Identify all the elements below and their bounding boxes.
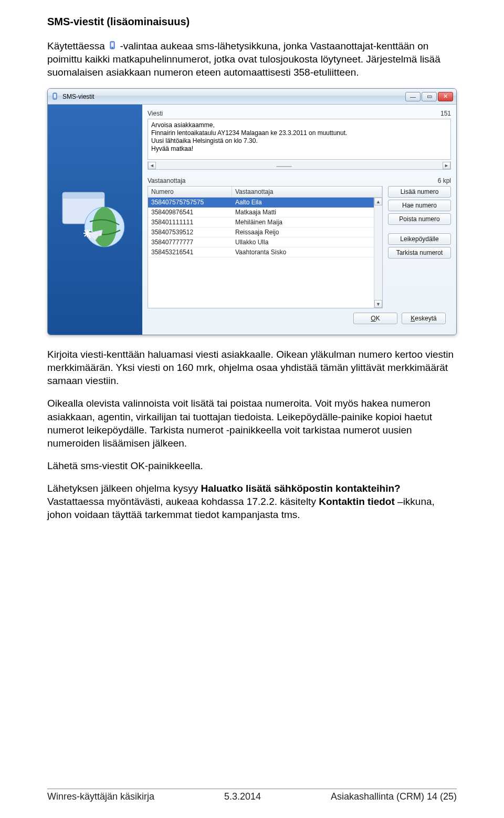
- paragraph: Lähetyksen jälkeen ohjelma kysyy Haluatk…: [47, 482, 457, 521]
- table-row[interactable]: 358453216541 Vaahtoranta Sisko: [148, 247, 382, 257]
- sms-icon: [108, 40, 117, 50]
- ok-accel: O: [371, 315, 375, 322]
- dialog-footer: OK Keskeytä: [148, 308, 451, 329]
- column-name[interactable]: Vastaanottaja: [232, 187, 382, 198]
- window-title: SMS-viestit: [62, 93, 405, 100]
- add-number-button[interactable]: Lisää numero: [388, 186, 451, 198]
- text-bold: Kontaktin tiedot: [319, 496, 395, 507]
- cell-name: Matkaaja Matti: [232, 208, 382, 218]
- ok-text: K: [376, 315, 380, 322]
- svg-point-2: [112, 47, 113, 48]
- column-number[interactable]: Numero: [148, 187, 232, 198]
- side-buttons: Lisää numero Hae numero Poista numero Le…: [388, 186, 451, 308]
- scroll-up-icon[interactable]: ▲: [374, 198, 382, 205]
- table-row[interactable]: 358407575757575 Aalto Eila: [148, 198, 382, 208]
- window-client: Viesti 151 ◄ ► Vastaanottaja 6 kpl Numer…: [48, 105, 456, 335]
- table-row[interactable]: 358407539512 Reissaaja Reijo: [148, 227, 382, 237]
- cancel-accel: K: [411, 315, 415, 322]
- text: Lähetyksen jälkeen ohjelma kysyy: [47, 483, 201, 494]
- ok-button[interactable]: OK: [353, 313, 397, 324]
- cell-name: Vaahtoranta Sisko: [232, 247, 382, 257]
- paragraph: Oikealla olevista valinnoista voit lisät…: [47, 397, 457, 449]
- find-number-button[interactable]: Hae numero: [388, 200, 451, 211]
- clipboard-button[interactable]: Leikepöydälle: [388, 233, 451, 245]
- cancel-button[interactable]: Keskeytä: [402, 313, 446, 324]
- paragraph: Kirjoita viesti-kenttään haluamasi viest…: [47, 348, 457, 387]
- main-panel: Viesti 151 ◄ ► Vastaanottaja 6 kpl Numer…: [142, 105, 456, 335]
- window-controls: — ▭ ✕: [405, 92, 453, 101]
- recipients-label: Vastaanottaja: [148, 177, 186, 184]
- close-button[interactable]: ✕: [438, 92, 453, 101]
- cell-number: 358409876541: [148, 208, 232, 218]
- table-row[interactable]: 358409876541 Matkaaja Matti: [148, 208, 382, 218]
- recipients-label-row: Vastaanottaja 6 kpl: [148, 177, 451, 184]
- footer-center: 5.3.2014: [224, 791, 261, 802]
- scroll-right-icon[interactable]: ►: [443, 162, 450, 169]
- maximize-button[interactable]: ▭: [422, 92, 437, 101]
- recipients-count: 6 kpl: [438, 177, 451, 184]
- table-body: 358407575757575 Aalto Eila 358409876541 …: [148, 198, 382, 257]
- paragraph-intro: Käytettäessa -valintaa aukeaa sms-lähety…: [47, 39, 457, 79]
- cell-number: 358453216541: [148, 247, 232, 257]
- scroll-left-icon[interactable]: ◄: [148, 162, 156, 169]
- message-label-row: Viesti 151: [148, 110, 451, 117]
- table-row[interactable]: 358407777777 Ullakko Ulla: [148, 237, 382, 247]
- cell-number: 358401111111: [148, 218, 232, 227]
- footer-right: Asiakashallinta (CRM) 14 (25): [331, 791, 457, 802]
- table-row[interactable]: 358401111111 Mehiläinen Maija: [148, 218, 382, 227]
- svg-rect-4: [54, 94, 56, 98]
- sms-window: SMS-viestit — ▭ ✕: [47, 88, 457, 335]
- table-vscroll[interactable]: ▲ ▼: [374, 198, 382, 308]
- message-textarea[interactable]: [148, 119, 451, 160]
- cell-name: Reissaaja Reijo: [232, 227, 382, 237]
- message-label: Viesti: [148, 110, 163, 117]
- section-heading: SMS-viestit (lisäominaisuus): [47, 16, 457, 28]
- cell-number: 358407539512: [148, 227, 232, 237]
- message-hscroll[interactable]: ◄ ►: [148, 161, 451, 170]
- cell-name: Ullakko Ulla: [232, 237, 382, 247]
- svg-rect-6: [62, 192, 104, 199]
- titlebar: SMS-viestit — ▭ ✕: [48, 89, 456, 105]
- window-icon: [51, 92, 59, 101]
- minimize-button[interactable]: —: [405, 92, 421, 101]
- cell-name: Mehiläinen Maija: [232, 218, 382, 227]
- cell-number: 358407575757575: [148, 198, 232, 208]
- svg-rect-1: [111, 43, 114, 47]
- remove-number-button[interactable]: Poista numero: [388, 213, 451, 225]
- cancel-text: eskeytä: [415, 315, 436, 322]
- cell-name: Aalto Eila: [232, 198, 382, 208]
- check-numbers-button[interactable]: Tarkista numerot: [388, 247, 451, 258]
- text: Käytettäessa: [47, 40, 108, 51]
- page-footer: Winres-käyttäjän käsikirja 5.3.2014 Asia…: [47, 789, 457, 802]
- footer-left: Winres-käyttäjän käsikirja: [47, 791, 154, 802]
- cell-number: 358407777777: [148, 237, 232, 247]
- text: Vastattaessa myöntävästi, aukeaa kohdass…: [47, 496, 319, 507]
- char-count: 151: [440, 110, 451, 117]
- recipients-table[interactable]: Numero Vastaanottaja 358407575757575 Aal…: [148, 186, 383, 308]
- scroll-down-icon[interactable]: ▼: [374, 300, 382, 308]
- sidebar-graphic: [48, 105, 142, 335]
- paragraph: Lähetä sms-viestit OK-painikkeella.: [47, 459, 457, 472]
- table-header: Numero Vastaanottaja: [148, 187, 382, 198]
- text-bold: Haluatko lisätä sähköpostin kontakteihin…: [201, 483, 401, 494]
